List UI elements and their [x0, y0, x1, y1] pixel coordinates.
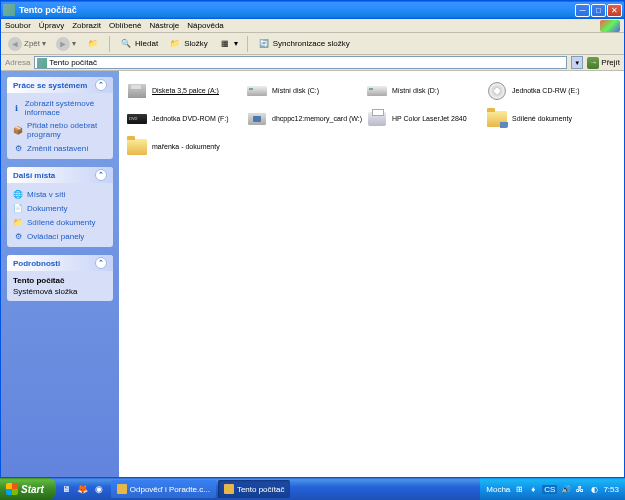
quick-launch: 🖥 🦊 ◉	[56, 482, 110, 496]
sidebar-item-label: Dokumenty	[27, 204, 67, 213]
sidebar-item-label: Změnit nastavení	[27, 144, 88, 153]
panel-header[interactable]: Další místa ⌃	[7, 167, 113, 183]
app-icon[interactable]: ◉	[92, 482, 106, 496]
place-icon: 📄	[13, 203, 23, 213]
chevron-down-icon: ▾	[72, 39, 76, 48]
menu-view[interactable]: Zobrazit	[72, 21, 101, 30]
item-label: Jednotka CD-RW (E:)	[512, 87, 580, 95]
panel-header[interactable]: Podrobnosti ⌃	[7, 255, 113, 271]
sidebar-item[interactable]: 📄Dokumenty	[13, 201, 107, 215]
place-icon: 📁	[13, 217, 23, 227]
up-button[interactable]: 📁	[83, 36, 103, 52]
taskbar-button-label: Odpověď i Poradte.c...	[130, 485, 210, 494]
sidebar-item[interactable]: 📁Sdílené dokumenty	[13, 215, 107, 229]
drive-icon	[246, 80, 268, 102]
browser-icon[interactable]: 🦊	[76, 482, 90, 496]
drive-item[interactable]: Sdílené dokumenty	[485, 105, 605, 133]
folder shared-icon	[486, 108, 508, 130]
menu-favorites[interactable]: Oblíbené	[109, 21, 141, 30]
address-label: Adresa	[5, 58, 30, 67]
sidebar-item-label: Sdílené dokumenty	[27, 218, 96, 227]
floppy-icon	[126, 80, 148, 102]
language-indicator[interactable]: CS	[542, 485, 557, 494]
chevron-down-icon: ▾	[234, 39, 238, 48]
sidebar-item[interactable]: 📦Přidat nebo odebrat programy	[13, 119, 107, 141]
sync-button[interactable]: 🔄 Synchronizace složky	[254, 36, 353, 52]
windows-logo-icon	[600, 20, 620, 32]
menu-tools[interactable]: Nástroje	[150, 21, 180, 30]
views-button[interactable]: ▦ ▾	[215, 36, 241, 52]
back-button[interactable]: ◄ Zpět ▾	[5, 36, 49, 52]
search-button[interactable]: 🔍 Hledat	[116, 36, 161, 52]
cdrom-icon	[486, 80, 508, 102]
views-icon: ▦	[218, 37, 232, 51]
taskbar-button[interactable]: Tento počítač	[218, 480, 291, 498]
drive-item[interactable]: HP Color LaserJet 2840	[365, 105, 485, 133]
titlebar[interactable]: Tento počítač ─ □ ✕	[1, 1, 624, 19]
details-panel: Podrobnosti ⌃ Tento počítač Systémová sl…	[7, 255, 113, 301]
my-computer-icon	[37, 58, 47, 68]
clock[interactable]: 7:53	[603, 485, 619, 494]
start-button[interactable]: Start	[0, 478, 56, 500]
item-label: Sdílené dokumenty	[512, 115, 572, 123]
content-area[interactable]: Disketa 3,5 palce (A:)Místní disk (C:)Mí…	[119, 71, 624, 477]
task-icon: ℹ	[13, 103, 21, 113]
tray-icon[interactable]: ⊞	[514, 484, 524, 494]
forward-icon: ►	[56, 37, 70, 51]
address-dropdown[interactable]: ▼	[571, 56, 583, 69]
drive-item[interactable]: Místní disk (D:)	[365, 77, 485, 105]
chevron-down-icon: ▾	[42, 39, 46, 48]
back-icon: ◄	[8, 37, 22, 51]
item-label: dhcppc12:memory_card (W:)	[272, 115, 362, 123]
tray-icon[interactable]: ◐	[589, 484, 599, 494]
sidebar-item-label: Místa v síti	[27, 190, 65, 199]
chevron-up-icon: ⌃	[95, 79, 107, 91]
tray-icon[interactable]: ♦	[528, 484, 538, 494]
taskbar: Start 🖥 🦊 ◉ Odpověď i Poradte.c...Tento …	[0, 478, 625, 500]
drive-item[interactable]: Disketa 3,5 palce (A:)	[125, 77, 245, 105]
drive-item[interactable]: Jednotka CD-RW (E:)	[485, 77, 605, 105]
sidebar-item[interactable]: 🌐Místa v síti	[13, 187, 107, 201]
system-tray: Mocha ⊞ ♦ CS 🔊 🖧 ◐ 7:53	[480, 478, 625, 500]
explorer-window: Tento počítač ─ □ ✕ Soubor Úpravy Zobraz…	[0, 0, 625, 478]
folders-icon: 📁	[168, 37, 182, 51]
drive-item[interactable]: dhcppc12:memory_card (W:)	[245, 105, 365, 133]
sidebar-item-label: Přidat nebo odebrat programy	[27, 121, 107, 139]
app-icon	[224, 484, 234, 494]
panel-header[interactable]: Práce se systémem ⌃	[7, 77, 113, 93]
drive-item[interactable]: Místní disk (C:)	[245, 77, 365, 105]
folders-button[interactable]: 📁 Složky	[165, 36, 211, 52]
my-computer-icon	[3, 4, 15, 16]
go-icon: →	[587, 57, 599, 69]
taskbar-button[interactable]: Odpověď i Poradte.c...	[111, 480, 216, 498]
window-title: Tento počítač	[19, 5, 575, 15]
taskbar-button-label: Tento počítač	[237, 485, 285, 494]
forward-button[interactable]: ► ▾	[53, 36, 79, 52]
details-name: Tento počítač	[13, 275, 107, 286]
task-icon: ⚙	[13, 143, 23, 153]
sidebar-item[interactable]: ⚙Ovládací panely	[13, 229, 107, 243]
show-desktop-icon[interactable]: 🖥	[60, 482, 74, 496]
other-places-panel: Další místa ⌃ 🌐Místa v síti📄Dokumenty📁Sd…	[7, 167, 113, 247]
drive-item[interactable]: Jednotka DVD-ROM (F:)	[125, 105, 245, 133]
network-icon[interactable]: 🖧	[575, 484, 585, 494]
go-button[interactable]: → Přejít	[587, 57, 620, 69]
card-icon	[246, 108, 268, 130]
sidebar-item-label: Ovládací panely	[27, 232, 84, 241]
minimize-button[interactable]: ─	[575, 4, 590, 17]
maximize-button[interactable]: □	[591, 4, 606, 17]
close-button[interactable]: ✕	[607, 4, 622, 17]
volume-icon[interactable]: 🔊	[561, 484, 571, 494]
address-field[interactable]: Tento počítač	[34, 56, 567, 69]
sidebar-item[interactable]: ⚙Změnit nastavení	[13, 141, 107, 155]
sidebar: Práce se systémem ⌃ ℹZobrazit systémové …	[1, 71, 119, 477]
menu-help[interactable]: Nápověda	[187, 21, 223, 30]
menu-edit[interactable]: Úpravy	[39, 21, 64, 30]
tray-app[interactable]: Mocha	[486, 485, 510, 494]
sidebar-item[interactable]: ℹZobrazit systémové informace	[13, 97, 107, 119]
drive-item[interactable]: mařenka - dokumenty	[125, 133, 245, 161]
place-icon: 🌐	[13, 189, 23, 199]
menu-file[interactable]: Soubor	[5, 21, 31, 30]
drive-icon	[366, 80, 388, 102]
chevron-up-icon: ⌃	[95, 257, 107, 269]
